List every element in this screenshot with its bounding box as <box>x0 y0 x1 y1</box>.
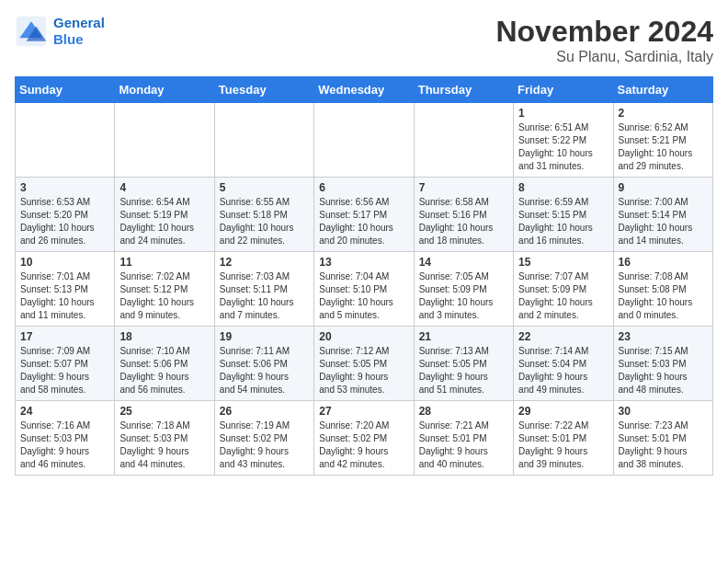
day-info: Sunrise: 7:03 AM Sunset: 5:11 PM Dayligh… <box>220 270 309 322</box>
day-info: Sunrise: 7:23 AM Sunset: 5:01 PM Dayligh… <box>619 419 708 471</box>
day-info: Sunrise: 7:16 AM Sunset: 5:03 PM Dayligh… <box>20 419 109 471</box>
calendar-cell <box>115 103 214 178</box>
weekday-header-row: SundayMondayTuesdayWednesdayThursdayFrid… <box>16 77 713 103</box>
calendar-cell: 4Sunrise: 6:54 AM Sunset: 5:19 PM Daylig… <box>115 178 214 252</box>
page-header: General Blue November 2024 Su Planu, Sar… <box>15 15 713 65</box>
calendar-cell: 25Sunrise: 7:18 AM Sunset: 5:03 PM Dayli… <box>115 401 214 476</box>
day-info: Sunrise: 7:15 AM Sunset: 5:03 PM Dayligh… <box>619 345 708 396</box>
day-number: 2 <box>619 107 708 120</box>
day-number: 18 <box>119 330 209 343</box>
calendar-cell: 26Sunrise: 7:19 AM Sunset: 5:02 PM Dayli… <box>214 401 313 476</box>
calendar-cell: 27Sunrise: 7:20 AM Sunset: 5:02 PM Dayli… <box>314 401 414 476</box>
day-number: 13 <box>319 256 408 269</box>
day-info: Sunrise: 6:51 AM Sunset: 5:22 PM Dayligh… <box>518 121 608 173</box>
day-number: 21 <box>419 330 508 343</box>
calendar-cell: 6Sunrise: 6:56 AM Sunset: 5:17 PM Daylig… <box>314 178 414 252</box>
calendar-cell: 2Sunrise: 6:52 AM Sunset: 5:21 PM Daylig… <box>613 103 712 178</box>
calendar-cell: 18Sunrise: 7:10 AM Sunset: 5:06 PM Dayli… <box>115 327 214 401</box>
day-number: 6 <box>319 181 408 194</box>
day-info: Sunrise: 7:10 AM Sunset: 5:06 PM Dayligh… <box>119 345 209 396</box>
week-row-4: 17Sunrise: 7:09 AM Sunset: 5:07 PM Dayli… <box>16 327 713 401</box>
day-number: 22 <box>518 330 608 343</box>
day-info: Sunrise: 7:07 AM Sunset: 5:09 PM Dayligh… <box>518 270 608 322</box>
logo-text: General Blue <box>53 15 105 48</box>
day-info: Sunrise: 7:00 AM Sunset: 5:14 PM Dayligh… <box>619 196 708 247</box>
title-block: November 2024 Su Planu, Sardinia, Italy <box>495 15 713 65</box>
calendar-cell: 16Sunrise: 7:08 AM Sunset: 5:08 PM Dayli… <box>613 252 712 327</box>
weekday-header-saturday: Saturday <box>613 77 712 103</box>
day-number: 7 <box>419 181 508 194</box>
weekday-header-thursday: Thursday <box>414 77 513 103</box>
day-info: Sunrise: 7:04 AM Sunset: 5:10 PM Dayligh… <box>319 270 408 322</box>
month-title: November 2024 <box>495 15 713 49</box>
day-number: 26 <box>220 405 309 418</box>
day-info: Sunrise: 6:53 AM Sunset: 5:20 PM Dayligh… <box>20 196 109 247</box>
day-info: Sunrise: 7:08 AM Sunset: 5:08 PM Dayligh… <box>619 270 708 322</box>
day-number: 23 <box>619 330 708 343</box>
day-info: Sunrise: 6:55 AM Sunset: 5:18 PM Dayligh… <box>220 196 309 247</box>
day-number: 25 <box>119 405 209 418</box>
day-number: 15 <box>518 256 608 269</box>
day-number: 3 <box>20 181 109 194</box>
calendar-cell: 5Sunrise: 6:55 AM Sunset: 5:18 PM Daylig… <box>214 178 313 252</box>
calendar-cell: 9Sunrise: 7:00 AM Sunset: 5:14 PM Daylig… <box>613 178 712 252</box>
week-row-3: 10Sunrise: 7:01 AM Sunset: 5:13 PM Dayli… <box>16 252 713 327</box>
day-number: 12 <box>220 256 309 269</box>
calendar-cell: 20Sunrise: 7:12 AM Sunset: 5:05 PM Dayli… <box>314 327 414 401</box>
day-info: Sunrise: 7:18 AM Sunset: 5:03 PM Dayligh… <box>119 419 209 471</box>
day-number: 29 <box>518 405 608 418</box>
calendar-cell <box>16 103 115 178</box>
calendar-cell: 15Sunrise: 7:07 AM Sunset: 5:09 PM Dayli… <box>514 252 613 327</box>
day-number: 1 <box>518 107 608 120</box>
day-info: Sunrise: 7:01 AM Sunset: 5:13 PM Dayligh… <box>20 270 109 322</box>
day-info: Sunrise: 6:58 AM Sunset: 5:16 PM Dayligh… <box>419 196 508 247</box>
weekday-header-tuesday: Tuesday <box>214 77 313 103</box>
day-info: Sunrise: 7:12 AM Sunset: 5:05 PM Dayligh… <box>319 345 408 396</box>
calendar-cell: 19Sunrise: 7:11 AM Sunset: 5:06 PM Dayli… <box>214 327 313 401</box>
day-info: Sunrise: 7:22 AM Sunset: 5:01 PM Dayligh… <box>518 419 608 471</box>
day-info: Sunrise: 7:09 AM Sunset: 5:07 PM Dayligh… <box>20 345 109 396</box>
calendar-cell: 28Sunrise: 7:21 AM Sunset: 5:01 PM Dayli… <box>414 401 513 476</box>
day-info: Sunrise: 7:11 AM Sunset: 5:06 PM Dayligh… <box>220 345 309 396</box>
day-number: 4 <box>119 181 209 194</box>
day-number: 8 <box>518 181 608 194</box>
day-number: 14 <box>419 256 508 269</box>
day-number: 27 <box>319 405 408 418</box>
weekday-header-monday: Monday <box>115 77 214 103</box>
day-number: 20 <box>319 330 408 343</box>
logo-line1: General <box>53 15 105 30</box>
logo: General Blue <box>15 15 105 48</box>
calendar-cell: 29Sunrise: 7:22 AM Sunset: 5:01 PM Dayli… <box>514 401 613 476</box>
calendar-cell: 17Sunrise: 7:09 AM Sunset: 5:07 PM Dayli… <box>16 327 115 401</box>
calendar-cell: 22Sunrise: 7:14 AM Sunset: 5:04 PM Dayli… <box>514 327 613 401</box>
calendar-table: SundayMondayTuesdayWednesdayThursdayFrid… <box>15 76 713 476</box>
location-subtitle: Su Planu, Sardinia, Italy <box>495 49 713 65</box>
week-row-1: 1Sunrise: 6:51 AM Sunset: 5:22 PM Daylig… <box>16 103 713 178</box>
calendar-cell: 3Sunrise: 6:53 AM Sunset: 5:20 PM Daylig… <box>16 178 115 252</box>
week-row-5: 24Sunrise: 7:16 AM Sunset: 5:03 PM Dayli… <box>16 401 713 476</box>
day-info: Sunrise: 7:02 AM Sunset: 5:12 PM Dayligh… <box>119 270 209 322</box>
day-number: 19 <box>220 330 309 343</box>
logo-line2: Blue <box>53 31 84 47</box>
calendar-cell: 21Sunrise: 7:13 AM Sunset: 5:05 PM Dayli… <box>414 327 513 401</box>
week-row-2: 3Sunrise: 6:53 AM Sunset: 5:20 PM Daylig… <box>16 178 713 252</box>
calendar-cell: 7Sunrise: 6:58 AM Sunset: 5:16 PM Daylig… <box>414 178 513 252</box>
calendar-cell <box>414 103 513 178</box>
day-number: 10 <box>20 256 109 269</box>
day-number: 5 <box>220 181 309 194</box>
day-number: 9 <box>619 181 708 194</box>
day-info: Sunrise: 7:13 AM Sunset: 5:05 PM Dayligh… <box>419 345 508 396</box>
day-number: 11 <box>119 256 209 269</box>
weekday-header-wednesday: Wednesday <box>314 77 414 103</box>
calendar-cell: 24Sunrise: 7:16 AM Sunset: 5:03 PM Dayli… <box>16 401 115 476</box>
day-info: Sunrise: 7:20 AM Sunset: 5:02 PM Dayligh… <box>319 419 408 471</box>
day-info: Sunrise: 6:52 AM Sunset: 5:21 PM Dayligh… <box>619 121 708 173</box>
calendar-cell: 23Sunrise: 7:15 AM Sunset: 5:03 PM Dayli… <box>613 327 712 401</box>
day-info: Sunrise: 7:14 AM Sunset: 5:04 PM Dayligh… <box>518 345 608 396</box>
calendar-cell <box>314 103 414 178</box>
day-info: Sunrise: 7:05 AM Sunset: 5:09 PM Dayligh… <box>419 270 508 322</box>
calendar-cell: 8Sunrise: 6:59 AM Sunset: 5:15 PM Daylig… <box>514 178 613 252</box>
calendar-cell: 13Sunrise: 7:04 AM Sunset: 5:10 PM Dayli… <box>314 252 414 327</box>
day-info: Sunrise: 6:56 AM Sunset: 5:17 PM Dayligh… <box>319 196 408 247</box>
day-number: 16 <box>619 256 708 269</box>
